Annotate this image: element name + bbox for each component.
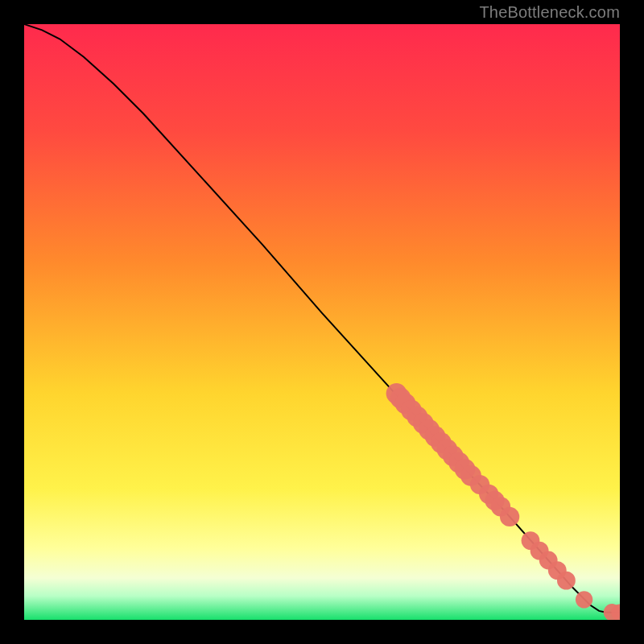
data-point	[557, 572, 576, 590]
chart-svg	[24, 24, 620, 620]
data-point	[576, 591, 592, 608]
attribution-text: TheBottleneck.com	[479, 3, 620, 22]
data-point	[500, 507, 519, 526]
chart-stage: TheBottleneck.com	[0, 0, 644, 644]
gradient-background	[24, 24, 620, 620]
plot-area	[24, 24, 620, 620]
